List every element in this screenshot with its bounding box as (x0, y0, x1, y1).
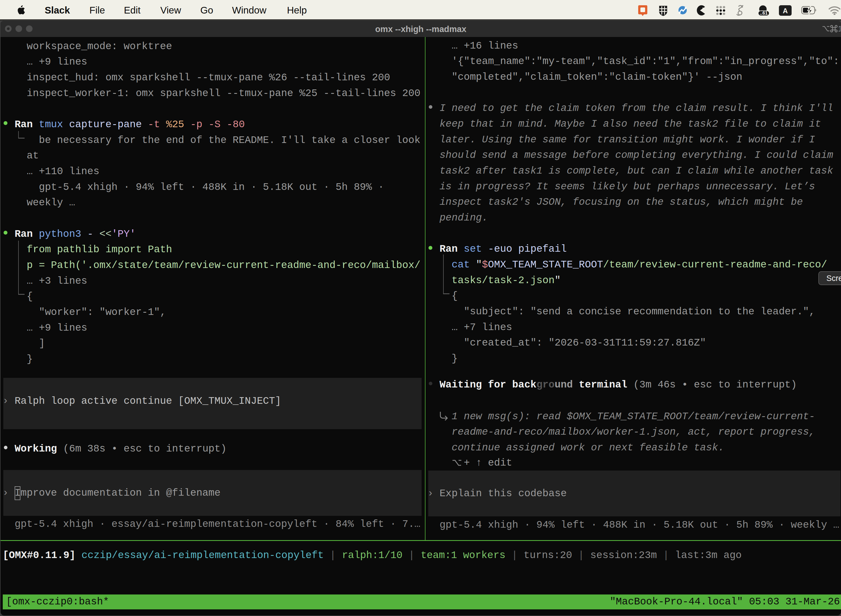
svg-text:..61: ..61 (760, 10, 768, 16)
svg-text:A: A (783, 7, 788, 15)
